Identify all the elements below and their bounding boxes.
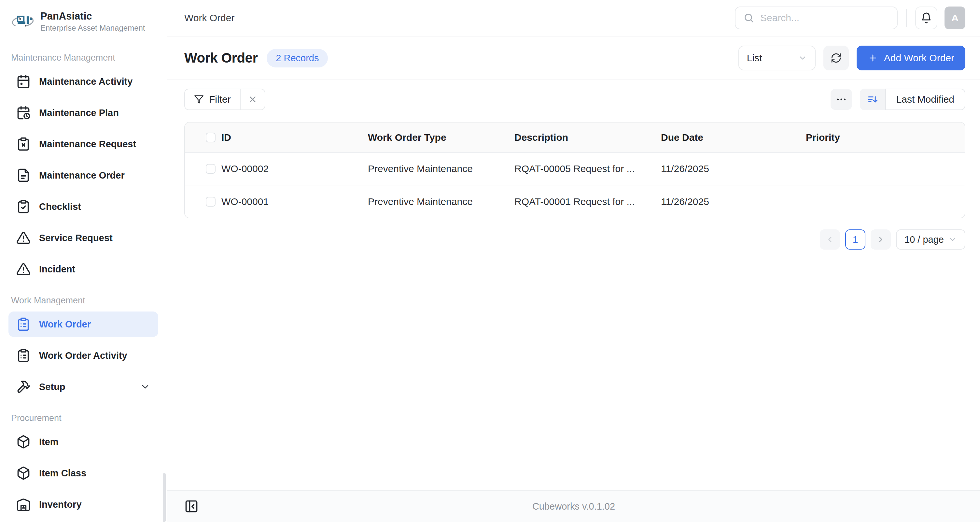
panel-left-close-icon xyxy=(184,499,199,514)
add-work-order-label: Add Work Order xyxy=(884,53,954,64)
sort-direction-button[interactable] xyxy=(860,89,885,110)
brand: PanAsiatic Enterprise Asset Management xyxy=(8,0,158,39)
filter-button[interactable]: Filter xyxy=(185,89,240,110)
sidebar-item-label: Setup xyxy=(39,382,65,392)
clipboard-list-icon xyxy=(16,317,30,331)
cell-priority xyxy=(806,185,965,218)
clipboard-list-icon xyxy=(16,348,30,363)
sidebar-item-label: Maintenance Plan xyxy=(39,107,119,118)
sidebar-item-maintenance-order[interactable]: Maintenance Order xyxy=(8,163,158,188)
work-order-table: ID Work Order Type Description Due Date … xyxy=(184,122,965,218)
sidebar-item-label: Incident xyxy=(39,264,75,275)
box-icon xyxy=(16,466,30,480)
chevron-left-icon xyxy=(825,235,834,244)
column-header-due-date: Due Date xyxy=(661,123,806,153)
sidebar-item-label: Item Class xyxy=(39,468,86,479)
filter-control: Filter xyxy=(184,89,265,110)
avatar-letter: A xyxy=(951,13,959,24)
app-window: PanAsiatic Enterprise Asset Management M… xyxy=(0,0,980,522)
brand-name: PanAsiatic xyxy=(40,10,145,22)
sort-field-label: Last Modified xyxy=(896,94,954,105)
cell-due-date: 11/26/2025 xyxy=(661,153,806,185)
sidebar-item-label: Maintenance Activity xyxy=(39,76,132,87)
sidebar-item-service-request[interactable]: Service Request xyxy=(8,225,158,251)
select-all-checkbox[interactable] xyxy=(206,132,216,142)
brand-subtitle: Enterprise Asset Management xyxy=(40,24,145,33)
app-version: Cubeworks v.0.1.02 xyxy=(532,501,615,512)
sidebar-item-incident[interactable]: Incident xyxy=(8,257,158,282)
previous-page-button[interactable] xyxy=(820,229,840,250)
column-header-description: Description xyxy=(514,123,661,153)
page-header: Work Order 2 Records List Add Work Order xyxy=(167,37,980,80)
next-page-button[interactable] xyxy=(870,229,891,250)
ellipsis-icon xyxy=(835,94,847,105)
filter-clear-button[interactable] xyxy=(240,89,265,110)
main-area: Work Order A Work Order 2 Records xyxy=(167,0,980,522)
cell-due-date: 11/26/2025 xyxy=(661,185,806,218)
cell-description: RQAT-00005 Request for ... xyxy=(514,153,661,185)
sidebar-item-label: Service Request xyxy=(39,233,113,243)
collapse-sidebar-button[interactable] xyxy=(184,499,199,514)
avatar[interactable]: A xyxy=(945,6,965,29)
row-checkbox[interactable] xyxy=(206,164,216,174)
page-size-select[interactable]: 10 / page xyxy=(896,229,965,250)
calendar-icon xyxy=(16,74,30,89)
plus-icon xyxy=(868,53,878,63)
chevron-down-icon xyxy=(948,235,957,244)
sidebar-item-maintenance-activity[interactable]: Maintenance Activity xyxy=(8,69,158,94)
search-input[interactable] xyxy=(760,13,889,24)
table-header-row: ID Work Order Type Description Due Date … xyxy=(185,123,965,153)
column-header-id: ID xyxy=(221,123,368,153)
sidebar-item-work-order-activity[interactable]: Work Order Activity xyxy=(8,343,158,368)
brand-logo-icon xyxy=(10,9,35,34)
sidebar-item-item-class[interactable]: Item Class xyxy=(8,460,158,486)
sidebar-item-label: Maintenance Order xyxy=(39,170,125,181)
breadcrumb: Work Order xyxy=(184,13,234,24)
sidebar-item-setup[interactable]: Setup xyxy=(8,374,158,399)
chevron-down-icon xyxy=(140,382,150,392)
filter-label: Filter xyxy=(209,94,231,105)
sidebar-item-label: Item xyxy=(39,437,59,447)
search-icon xyxy=(743,13,754,24)
more-options-button[interactable] xyxy=(830,89,852,110)
sidebar-item-work-order[interactable]: Work Order xyxy=(8,311,158,337)
alert-triangle-icon xyxy=(16,231,30,245)
sidebar-item-checklist[interactable]: Checklist xyxy=(8,194,158,219)
sidebar-item-item[interactable]: Item xyxy=(8,429,158,455)
sidebar-item-maintenance-plan[interactable]: Maintenance Plan xyxy=(8,100,158,125)
refresh-icon xyxy=(830,53,842,64)
row-checkbox[interactable] xyxy=(206,197,216,207)
bell-icon xyxy=(920,12,932,24)
column-header-work-order-type: Work Order Type xyxy=(368,123,514,153)
table-row[interactable]: WO-00001 Preventive Maintenance RQAT-000… xyxy=(185,185,965,218)
file-text-icon xyxy=(16,168,30,182)
sidebar-scrollbar[interactable] xyxy=(163,473,166,522)
table-row[interactable]: WO-00002 Preventive Maintenance RQAT-000… xyxy=(185,153,965,185)
alert-triangle-icon xyxy=(16,262,30,276)
filter-icon xyxy=(194,94,204,104)
page-1-button[interactable]: 1 xyxy=(845,229,865,250)
box-icon xyxy=(16,435,30,449)
notifications-button[interactable] xyxy=(915,6,937,29)
refresh-button[interactable] xyxy=(823,46,849,70)
sidebar-item-maintenance-request[interactable]: Maintenance Request xyxy=(8,131,158,157)
warehouse-icon xyxy=(16,497,30,512)
tools-icon xyxy=(16,380,30,394)
sidebar-item-inventory[interactable]: Inventory xyxy=(8,492,158,517)
cell-id: WO-00001 xyxy=(221,185,368,218)
view-select[interactable]: List xyxy=(738,46,816,70)
footer: Cubeworks v.0.1.02 xyxy=(167,490,980,522)
sidebar-item-label: Work Order xyxy=(39,319,91,330)
cell-work-order-type: Preventive Maintenance xyxy=(368,153,514,185)
cell-work-order-type: Preventive Maintenance xyxy=(368,185,514,218)
calendar-clock-icon xyxy=(16,105,30,120)
page-title: Work Order xyxy=(184,50,258,66)
clipboard-check-icon xyxy=(16,200,30,214)
sidebar-item-label: Checklist xyxy=(39,201,81,212)
sidebar: PanAsiatic Enterprise Asset Management M… xyxy=(0,0,167,522)
add-work-order-button[interactable]: Add Work Order xyxy=(857,46,965,70)
cell-description: RQAT-00001 Request for ... xyxy=(514,185,661,218)
sort-field-button[interactable]: Last Modified xyxy=(885,89,965,110)
section-label-maintenance-management: Maintenance Management xyxy=(11,53,156,63)
pagination: 1 10 / page xyxy=(184,229,965,250)
